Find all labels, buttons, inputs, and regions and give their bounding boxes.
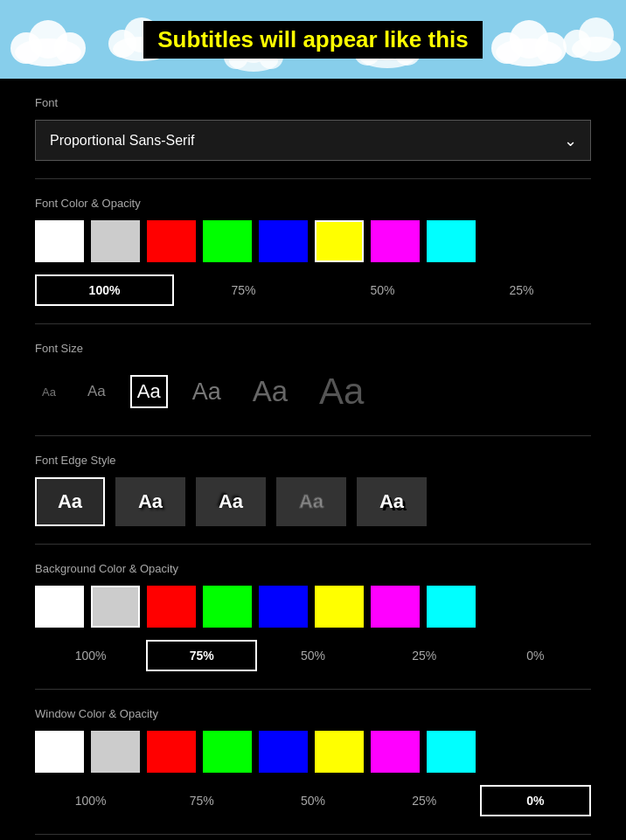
window-opacity-75[interactable]: 75% [146, 785, 257, 816]
font-color-row [35, 220, 591, 262]
bg-color-lightgray[interactable] [91, 586, 140, 628]
bg-color-section: Background Color & Opacity 100% 75% 50% … [35, 562, 591, 671]
bg-color-red[interactable] [147, 586, 196, 628]
svg-point-3 [15, 38, 81, 66]
window-opacity-25[interactable]: 25% [369, 785, 480, 816]
preview-banner: Subtitles will appear like this [0, 0, 626, 79]
font-size-sm[interactable]: Aa [80, 378, 113, 406]
font-color-cyan[interactable] [427, 220, 476, 262]
window-color-magenta[interactable] [371, 731, 420, 773]
bg-opacity-25[interactable]: 25% [369, 640, 480, 671]
font-size-xxl[interactable]: Aa [312, 365, 371, 418]
font-section: Font Proportional Sans-Serif Monospace S… [35, 96, 591, 161]
window-opacity-0[interactable]: 0% [480, 785, 591, 816]
bg-color-yellow[interactable] [315, 586, 364, 628]
font-size-label: Font Size [35, 342, 591, 355]
font-size-lg[interactable]: Aa [185, 373, 228, 411]
bg-color-label: Background Color & Opacity [35, 562, 591, 575]
window-color-label: Window Color & Opacity [35, 707, 591, 720]
edge-raised[interactable]: Aa [115, 477, 185, 526]
font-size-md[interactable]: Aa [130, 375, 168, 408]
settings-panel: Font Proportional Sans-Serif Monospace S… [0, 79, 626, 840]
window-color-section: Window Color & Opacity 100% 75% 50% 25% … [35, 707, 591, 816]
edge-dropshadow[interactable]: Aa [357, 477, 427, 526]
divider-1 [35, 178, 591, 179]
font-edge-section: Font Edge Style Aa Aa Aa Aa Aa [35, 454, 591, 526]
edge-uniform[interactable]: Aa [276, 477, 346, 526]
font-dropdown-wrapper[interactable]: Proportional Sans-Serif Monospace Serif … [35, 120, 591, 161]
font-opacity-25[interactable]: 25% [452, 274, 591, 306]
divider-4 [35, 544, 591, 545]
font-opacity-50[interactable]: 50% [313, 274, 452, 306]
font-color-yellow[interactable] [315, 220, 364, 262]
divider-3 [35, 435, 591, 436]
bg-color-magenta[interactable] [371, 586, 420, 628]
font-size-row: Aa Aa Aa Aa Aa Aa [35, 365, 591, 418]
font-edge-label: Font Edge Style [35, 454, 591, 467]
font-color-lightgray[interactable] [91, 220, 140, 262]
bg-color-cyan[interactable] [427, 586, 476, 628]
bg-color-green[interactable] [203, 586, 252, 628]
font-color-blue[interactable] [259, 220, 308, 262]
svg-point-11 [496, 38, 562, 66]
font-size-xs[interactable]: Aa [35, 380, 63, 404]
window-color-cyan[interactable] [427, 731, 476, 773]
window-color-white[interactable] [35, 731, 84, 773]
font-color-green[interactable] [203, 220, 252, 262]
divider-2 [35, 323, 591, 324]
bg-opacity-row: 100% 75% 50% 25% 0% [35, 640, 591, 671]
preview-text: Subtitles will appear like this [143, 21, 482, 59]
window-opacity-50[interactable]: 50% [257, 785, 368, 816]
window-color-yellow[interactable] [315, 731, 364, 773]
bg-color-row [35, 586, 591, 628]
bg-opacity-75[interactable]: 75% [146, 640, 257, 671]
window-opacity-row: 100% 75% 50% 25% 0% [35, 785, 591, 816]
window-color-lightgray[interactable] [91, 731, 140, 773]
edge-depressed[interactable]: Aa [196, 477, 266, 526]
font-size-section: Font Size Aa Aa Aa Aa Aa Aa [35, 342, 591, 418]
font-label: Font [35, 96, 591, 109]
font-color-label: Font Color & Opacity [35, 197, 591, 210]
bg-color-blue[interactable] [259, 586, 308, 628]
window-color-green[interactable] [203, 731, 252, 773]
window-color-blue[interactable] [259, 731, 308, 773]
edge-style-row: Aa Aa Aa Aa Aa [35, 477, 591, 526]
bg-color-white[interactable] [35, 586, 84, 628]
font-opacity-100[interactable]: 100% [35, 274, 174, 306]
font-opacity-row: 100% 75% 50% 25% [35, 274, 591, 306]
font-opacity-75[interactable]: 75% [174, 274, 313, 306]
edge-none[interactable]: Aa [35, 477, 105, 526]
window-color-row [35, 731, 591, 773]
divider-5 [35, 689, 591, 690]
window-opacity-100[interactable]: 100% [35, 785, 146, 816]
svg-point-14 [572, 37, 621, 61]
font-color-magenta[interactable] [371, 220, 420, 262]
font-size-xl[interactable]: Aa [246, 370, 295, 413]
font-color-red[interactable] [147, 220, 196, 262]
font-color-white[interactable] [35, 220, 84, 262]
divider-6 [35, 834, 591, 835]
bg-opacity-50[interactable]: 50% [257, 640, 368, 671]
bg-opacity-0[interactable]: 0% [480, 640, 591, 671]
font-color-section: Font Color & Opacity 100% 75% 50% 25% [35, 197, 591, 306]
bg-opacity-100[interactable]: 100% [35, 640, 146, 671]
font-select[interactable]: Proportional Sans-Serif Monospace Serif … [35, 120, 591, 161]
window-color-red[interactable] [147, 731, 196, 773]
